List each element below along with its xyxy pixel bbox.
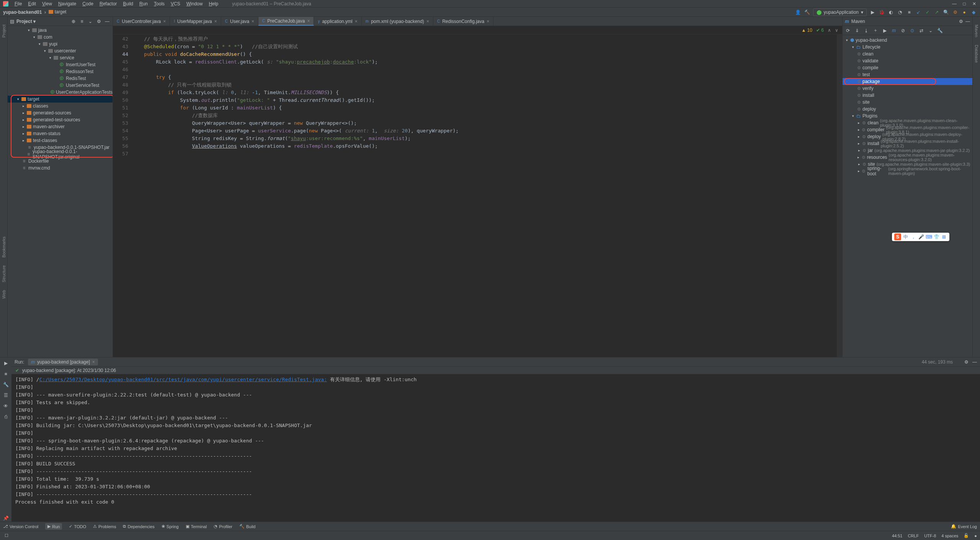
editor-tab[interactable]: CPreCacheJob.java×: [258, 17, 314, 26]
status-window-icon[interactable]: ☐: [5, 533, 8, 538]
hide-panel-icon[interactable]: —: [104, 18, 110, 24]
hammer-icon[interactable]: 🔨: [804, 9, 811, 16]
tree-row[interactable]: ⓒRedissonTest: [8, 68, 113, 75]
tree-row[interactable]: ▾java: [8, 27, 113, 34]
editor-tab[interactable]: CUser.java×: [221, 17, 258, 26]
chevron-icon[interactable]: ▸: [21, 104, 25, 108]
tree-row[interactable]: ▾yupi: [8, 41, 113, 47]
ime-toolbox-icon[interactable]: ⊞: [941, 234, 947, 240]
maven-settings-icon[interactable]: ⚙: [959, 19, 963, 24]
ime-widget[interactable]: S 中 ， 🎤 ⌨ 👕 ⊞: [892, 233, 949, 241]
maven-plugin-spring-boot[interactable]: ▸⚙ spring-boot (org.springframework.boot…: [843, 168, 972, 175]
menu-build[interactable]: Build: [123, 1, 133, 7]
tree-row[interactable]: ▸maven-archiver: [8, 123, 113, 130]
maven-goal-site[interactable]: ⚙ site: [843, 99, 972, 106]
chevron-icon[interactable]: ▸: [21, 111, 25, 115]
maven-lifecycle[interactable]: ▾🗀 Lifecycle: [843, 44, 972, 51]
expand-all-icon[interactable]: ≡: [79, 18, 85, 24]
run-maven-icon[interactable]: ▶: [882, 28, 888, 34]
close-tab-icon[interactable]: ×: [426, 19, 429, 24]
minimize-button[interactable]: —: [952, 1, 957, 7]
git-push-icon[interactable]: ↗: [933, 9, 940, 16]
maven-tool-tab[interactable]: Maven: [974, 24, 979, 37]
maven-wrench-icon[interactable]: 🔧: [937, 28, 943, 34]
editor-tab[interactable]: mpom.xml (yupao-backend)×: [362, 17, 433, 26]
assistant-icon[interactable]: ◆: [970, 9, 977, 16]
tree-row[interactable]: ▸maven-status: [8, 130, 113, 137]
panel-menu-icon[interactable]: ▤: [10, 19, 14, 24]
maven-root[interactable]: ▾⬢ yupao-backend: [843, 37, 972, 44]
menu-edit[interactable]: Edit: [28, 1, 36, 7]
chevron-icon[interactable]: ▸: [21, 118, 25, 122]
close-tab-icon[interactable]: ×: [487, 19, 489, 24]
close-tab-icon[interactable]: ×: [214, 19, 217, 24]
bookmarks-tool-tab[interactable]: Bookmarks: [2, 237, 6, 258]
web-tool-tab[interactable]: Web: [2, 290, 6, 299]
settings-gear-icon[interactable]: ⚙: [96, 18, 102, 24]
menu-tools[interactable]: Tools: [154, 1, 165, 7]
status-line-sep[interactable]: CRLF: [908, 533, 919, 538]
status-encoding[interactable]: UTF-8: [924, 533, 936, 538]
tool-tab-problems[interactable]: ⚠ Problems: [93, 524, 116, 529]
profile-button[interactable]: ◔: [897, 9, 903, 16]
user-icon[interactable]: 👤: [795, 9, 802, 16]
chevron-icon[interactable]: ▾: [32, 35, 36, 39]
tree-row[interactable]: ▾target: [8, 96, 113, 103]
tool-tab-version-control[interactable]: ⎇ Version Control: [3, 524, 38, 529]
ime-keyboard-icon[interactable]: ⌨: [926, 234, 932, 240]
tree-row[interactable]: ⓒUserServiceTest: [8, 82, 113, 89]
settings-icon[interactable]: ⚙: [952, 9, 959, 16]
avatar-icon[interactable]: ●: [961, 9, 968, 16]
run-tab[interactable]: m yupao-backend [package] ×: [28, 359, 98, 365]
wrench-icon[interactable]: 🔧: [2, 381, 9, 388]
menu-view[interactable]: View: [42, 1, 52, 7]
close-button[interactable]: ✕: [972, 1, 977, 7]
git-commit-icon[interactable]: ✓: [924, 9, 931, 16]
download-icon[interactable]: ⭳: [863, 28, 869, 34]
close-tab-icon[interactable]: ×: [163, 19, 166, 24]
generate-sources-icon[interactable]: ⇓: [854, 28, 860, 34]
tool-tab-event-log[interactable]: 🔔 Event Log: [951, 524, 977, 529]
menu-window[interactable]: Window: [186, 1, 203, 7]
show-deps-icon[interactable]: ⇄: [918, 28, 924, 34]
menu-refactor[interactable]: Refactor: [100, 1, 117, 7]
prev-highlight-icon[interactable]: ∧: [828, 28, 831, 33]
ime-lang-icon[interactable]: 中: [903, 234, 909, 240]
menu-file[interactable]: File: [15, 1, 22, 7]
tree-row[interactable]: ▾usercenter: [8, 47, 113, 54]
toggle-skip-tests-icon[interactable]: ⊙: [909, 28, 915, 34]
chevron-icon[interactable]: ▸: [21, 125, 25, 129]
close-tab-icon[interactable]: ×: [355, 19, 358, 24]
project-tool-tab[interactable]: Project: [2, 24, 6, 38]
run-panel-hide-icon[interactable]: —: [972, 359, 977, 365]
tree-row[interactable]: ⓒUserCenterApplicationTests: [8, 89, 113, 96]
editor-tab[interactable]: IUserMapper.java×: [170, 17, 221, 26]
tree-row[interactable]: ≡mvnw.cmd: [8, 165, 113, 171]
structure-tool-tab[interactable]: Structure: [2, 265, 6, 282]
status-indent[interactable]: 4 spaces: [941, 533, 958, 538]
maven-goal-package[interactable]: ⚙ package: [843, 78, 972, 85]
ime-mic-icon[interactable]: 🎤: [918, 234, 924, 240]
maven-hide-icon[interactable]: —: [965, 19, 970, 24]
menu-run[interactable]: Run: [139, 1, 148, 7]
dump-icon[interactable]: ⎙: [2, 413, 9, 420]
next-highlight-icon[interactable]: ∨: [835, 28, 838, 33]
maven-goal-test[interactable]: ⚙ test: [843, 71, 972, 78]
ime-skin-icon[interactable]: 👕: [933, 234, 939, 240]
rerun-icon[interactable]: ▶: [2, 360, 9, 367]
tree-row[interactable]: ≡yupao-backend-0.0.1-SNAPSHOT.jar.origin…: [8, 151, 113, 158]
tool-tab-build[interactable]: 🔨 Build: [239, 524, 255, 529]
run-button[interactable]: ▶: [869, 9, 876, 16]
maven-goal-deploy[interactable]: ⚙ deploy: [843, 106, 972, 113]
tool-tab-run[interactable]: ▶ Run: [45, 523, 62, 530]
chevron-icon[interactable]: ▾: [43, 49, 47, 53]
chevron-icon[interactable]: ▾: [16, 97, 20, 101]
collapse-icon[interactable]: ⌄: [928, 28, 934, 34]
editor-tab[interactable]: yapplication.yml×: [314, 17, 361, 26]
menu-code[interactable]: Code: [82, 1, 93, 7]
warn-icon[interactable]: ▲ 10: [801, 28, 812, 33]
reload-icon[interactable]: ⟳: [845, 28, 851, 34]
tree-row[interactable]: ▸classes: [8, 103, 113, 109]
menu-vcs[interactable]: VCS: [171, 1, 180, 7]
tree-row[interactable]: ▸test-classes: [8, 137, 113, 144]
